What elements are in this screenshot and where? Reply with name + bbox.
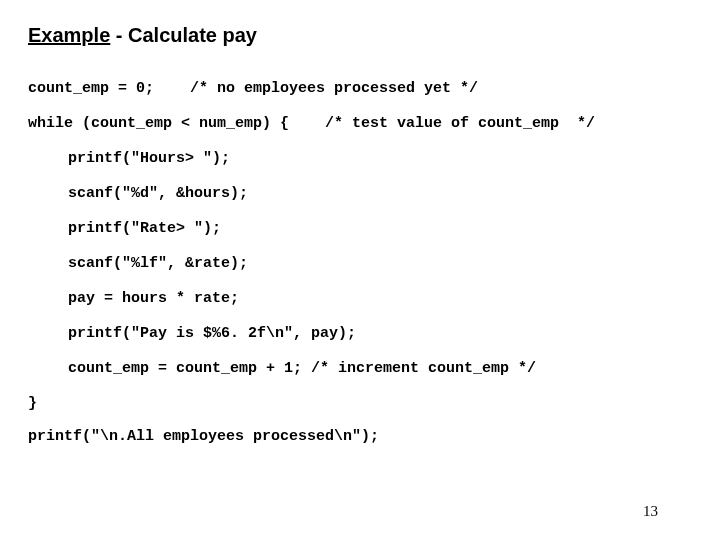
code-line: scanf("%lf", &rate); <box>28 256 692 271</box>
code-line: printf("Hours> "); <box>28 151 692 166</box>
slide-title: Example - Calculate pay <box>28 24 692 47</box>
code-line: while (count_emp < num_emp) { /* test va… <box>28 116 692 131</box>
code-line: } <box>28 396 692 411</box>
page-number: 13 <box>643 503 658 520</box>
code-line: printf("Rate> "); <box>28 221 692 236</box>
code-line: count_emp = count_emp + 1; /* increment … <box>28 361 692 376</box>
code-line: count_emp = 0; /* no employees processed… <box>28 81 692 96</box>
code-line: scanf("%d", &hours); <box>28 186 692 201</box>
slide-page: Example - Calculate pay count_emp = 0; /… <box>0 0 720 540</box>
title-rest: - Calculate pay <box>110 24 257 46</box>
code-line: pay = hours * rate; <box>28 291 692 306</box>
code-line: printf("Pay is $%6. 2f\n", pay); <box>28 326 692 341</box>
code-block: count_emp = 0; /* no employees processed… <box>28 81 692 444</box>
title-underlined: Example <box>28 24 110 46</box>
code-line: printf("\n.All employees processed\n"); <box>28 429 692 444</box>
